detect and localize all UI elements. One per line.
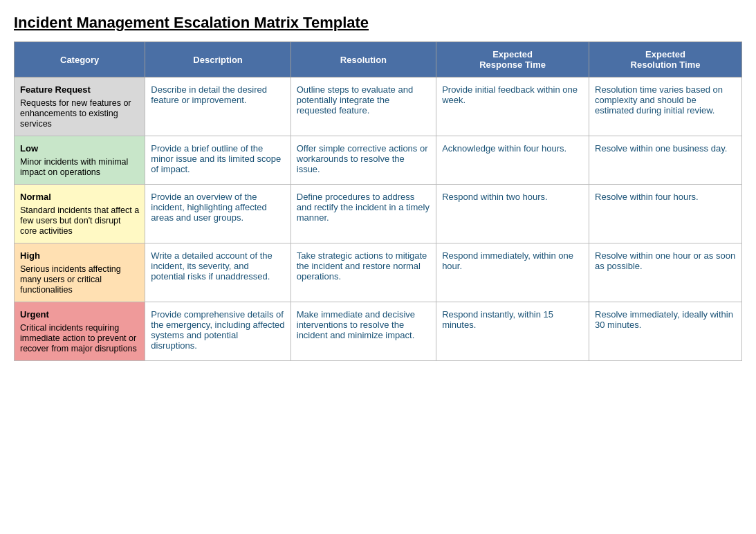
cat-title-feature: Feature Request [20,84,139,95]
cat-desc-feature: Requests for new features or enhancement… [20,98,131,129]
resp-cell-urgent: Respond instantly, within 15 minutes. [436,302,589,361]
cat-cell-urgent: Urgent Critical incidents requiring imme… [15,302,145,361]
desc-cell-normal: Provide an overview of the incident, hig… [145,185,291,243]
resp-cell-low: Acknowledge within four hours. [436,136,589,185]
resol-cell-high: Resolve within one hour or as soon as po… [589,243,742,302]
cat-title-low: Low [20,143,139,154]
res-cell-feature: Outline steps to evaluate and potentiall… [291,77,436,136]
resol-cell-normal: Resolve within four hours. [589,185,742,243]
table-row-urgent: Urgent Critical incidents requiring imme… [15,302,742,361]
col-header-description: Description [145,42,291,77]
res-cell-normal: Define procedures to address and rectify… [291,185,436,243]
cat-cell-normal: Normal Standard incidents that affect a … [15,185,145,243]
page-title: Incident Management Escalation Matrix Te… [14,14,742,32]
cat-desc-low: Minor incidents with minimal impact on o… [20,157,128,177]
table-row-normal: Normal Standard incidents that affect a … [15,185,742,243]
resp-cell-normal: Respond within two hours. [436,185,589,243]
resol-cell-urgent: Resolve immediately, ideally within 30 m… [589,302,742,361]
col-header-response-time: Expected Response Time [436,42,589,77]
cat-title-normal: Normal [20,192,139,202]
cat-desc-urgent: Critical incidents requiring immediate a… [20,323,137,353]
col-header-resolution-time: Expected Resolution Time [589,42,742,77]
col-header-resolution: Resolution [291,42,436,77]
resol-cell-feature: Resolution time varies based on complexi… [589,77,742,136]
col-header-category: Category [15,42,145,77]
resp-cell-high: Respond immediately, within one hour. [436,243,589,302]
desc-cell-urgent: Provide comprehensive details of the eme… [145,302,291,361]
cat-desc-normal: Standard incidents that affect a few use… [20,205,139,236]
desc-cell-high: Write a detailed account of the incident… [145,243,291,302]
cat-title-urgent: Urgent [20,309,139,320]
res-cell-urgent: Make immediate and decisive intervention… [291,302,436,361]
escalation-matrix-table: Category Description Resolution Expected… [14,42,742,361]
resol-cell-low: Resolve within one business day. [589,136,742,185]
cat-desc-high: Serious incidents affecting many users o… [20,264,121,295]
table-row-feature: Feature Request Requests for new feature… [15,77,742,136]
cat-title-high: High [20,250,139,261]
resp-cell-feature: Provide initial feedback within one week… [436,77,589,136]
table-row-high: High Serious incidents affecting many us… [15,243,742,302]
table-row-low: Low Minor incidents with minimal impact … [15,136,742,185]
desc-cell-low: Provide a brief outline of the minor iss… [145,136,291,185]
cat-cell-low: Low Minor incidents with minimal impact … [15,136,145,185]
res-cell-low: Offer simple corrective actions or worka… [291,136,436,185]
desc-cell-feature: Describe in detail the desired feature o… [145,77,291,136]
cat-cell-feature: Feature Request Requests for new feature… [15,77,145,136]
res-cell-high: Take strategic actions to mitigate the i… [291,243,436,302]
cat-cell-high: High Serious incidents affecting many us… [15,243,145,302]
